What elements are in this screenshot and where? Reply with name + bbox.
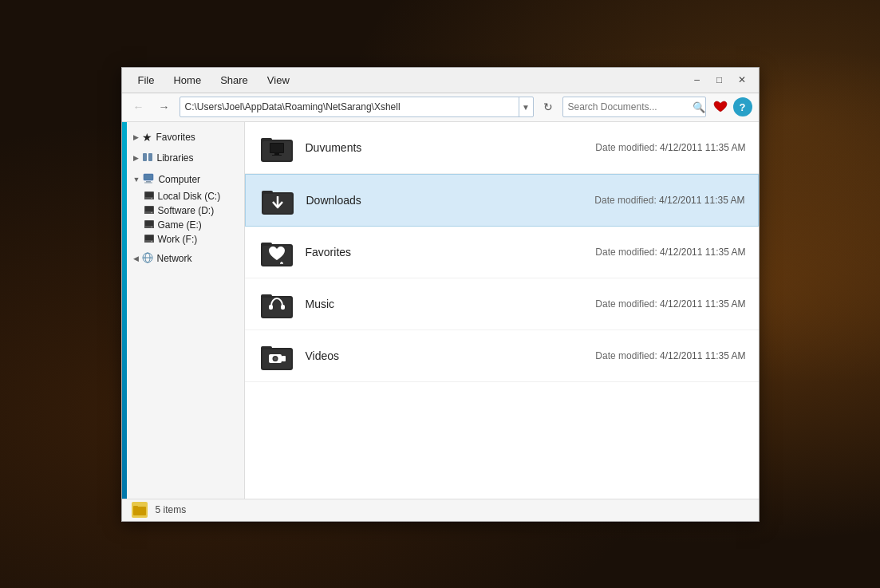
sidebar-section-computer: ▼ Computer [127, 171, 244, 247]
svg-rect-6 [145, 192, 153, 197]
help-button[interactable]: ? [733, 97, 752, 116]
arrow-icon: ◀ [133, 255, 139, 262]
sidebar-item-game-e[interactable]: Game (E:) [127, 218, 244, 232]
folder-icon-music [258, 285, 296, 323]
svg-point-20 [151, 240, 152, 242]
menu-home[interactable]: Home [164, 71, 211, 89]
status-folder-icon [132, 502, 148, 518]
address-dropdown-icon[interactable]: ▼ [519, 97, 533, 116]
arrow-icon: ▼ [133, 176, 140, 184]
sidebar-item-computer[interactable]: ▼ Computer [127, 171, 244, 189]
refresh-button[interactable]: ↻ [539, 97, 558, 116]
svg-point-16 [151, 226, 152, 227]
svg-rect-44 [281, 305, 285, 310]
svg-point-12 [151, 211, 152, 213]
search-input[interactable] [563, 101, 693, 112]
sidebar-section-network: ◀ Network [127, 250, 244, 268]
sidebar-label-network: Network [157, 253, 192, 264]
file-row-music[interactable]: Music Date modified: 4/12/2011 11:35 AM [245, 278, 759, 330]
address-bar: ▼ [180, 97, 534, 117]
arrow-icon: ▶ [133, 154, 139, 162]
sidebar-item-work-f[interactable]: Work (F:) [127, 232, 244, 247]
svg-rect-3 [146, 181, 151, 183]
star-icon: ★ [142, 131, 152, 144]
back-button[interactable]: ← [128, 97, 149, 117]
date-value: 4/12/2011 11:35 AM [660, 247, 745, 258]
svg-rect-18 [145, 235, 153, 240]
svg-rect-28 [270, 144, 283, 152]
file-meta-downloads: Date modified: 4/12/2011 11:35 AM [594, 195, 744, 206]
folder-icon-videos [258, 337, 296, 375]
menu-share[interactable]: Share [211, 71, 258, 89]
file-meta-videos: Date modified: 4/12/2011 11:35 AM [595, 350, 745, 361]
svg-rect-53 [133, 506, 138, 508]
svg-rect-19 [144, 240, 154, 243]
menu-file[interactable]: File [128, 71, 164, 89]
sidebar-item-favorites[interactable]: ▶ ★ Favorites [127, 128, 244, 146]
address-input[interactable] [180, 101, 519, 112]
file-row-videos[interactable]: Videos Date modified: 4/12/2011 11:35 AM [245, 330, 759, 382]
date-label: Date modified: [595, 298, 657, 310]
folder-icon-duvuments [258, 128, 296, 167]
sidebar-item-network[interactable]: ◀ Network [127, 250, 244, 268]
file-row-duvuments[interactable]: Duvuments Date modified: 4/12/2011 11:35… [245, 122, 759, 174]
drive-icon [144, 191, 154, 202]
date-label: Date modified: [595, 142, 657, 153]
toolbar: ← → ▼ ↻ 🔍 ? [122, 93, 759, 122]
date-value: 4/12/2011 11:35 AM [660, 298, 745, 310]
heart-icon [713, 101, 728, 113]
close-button[interactable]: ✕ [732, 71, 752, 89]
minimize-button[interactable]: – [687, 71, 708, 89]
menu-view[interactable]: View [258, 71, 299, 89]
status-bar: 5 items [122, 499, 759, 521]
network-icon [142, 252, 153, 266]
file-name-downloads: Downloads [306, 194, 595, 207]
sidebar: ▶ ★ Favorites ▶ Libraries [127, 122, 245, 499]
sidebar-label-software-d: Software (D:) [158, 205, 215, 216]
toolbar-right: ? [711, 97, 752, 116]
menu-items: File Home Share View [128, 71, 687, 89]
search-bar: 🔍 [562, 97, 706, 117]
drive-icon [144, 234, 154, 245]
drive-icon [144, 219, 154, 231]
favorites-button[interactable] [711, 97, 730, 116]
svg-rect-2 [144, 174, 153, 180]
file-list: Duvuments Date modified: 4/12/2011 11:35… [245, 122, 759, 499]
menu-bar: File Home Share View – □ ✕ [122, 68, 759, 93]
maximize-button[interactable]: □ [709, 71, 730, 89]
forward-button[interactable]: → [154, 97, 175, 117]
sidebar-item-software-d[interactable]: Software (D:) [127, 203, 244, 218]
svg-rect-11 [144, 211, 154, 214]
folder-icon-downloads [258, 181, 297, 219]
svg-rect-30 [272, 155, 282, 156]
search-icon[interactable]: 🔍 [693, 97, 705, 116]
date-label: Date modified: [594, 195, 656, 206]
file-meta-music: Date modified: 4/12/2011 11:35 AM [595, 298, 745, 310]
sidebar-label-game-e: Game (E:) [158, 219, 202, 231]
date-value: 4/12/2011 11:35 AM [660, 350, 745, 361]
file-name-favorites: Favorites [306, 246, 596, 258]
date-label: Date modified: [595, 350, 657, 361]
file-row-downloads[interactable]: Downloads Date modified: 4/12/2011 11:35… [245, 174, 759, 227]
sidebar-item-local-disk-c[interactable]: Local Disk (C:) [127, 189, 244, 203]
svg-rect-7 [144, 197, 154, 199]
file-row-favorites[interactable]: Favorites Date modified: 4/12/2011 11:35… [245, 227, 759, 278]
main-content: ▶ ★ Favorites ▶ Libraries [122, 122, 759, 499]
svg-rect-15 [144, 226, 154, 228]
folder-icon-favorites [258, 233, 296, 271]
svg-rect-0 [143, 153, 147, 161]
svg-rect-14 [145, 221, 153, 226]
window-controls: – □ ✕ [687, 71, 752, 89]
svg-rect-4 [144, 182, 152, 183]
file-meta-duvuments: Date modified: 4/12/2011 11:35 AM [595, 142, 745, 153]
sidebar-section-libraries: ▶ Libraries [127, 149, 244, 168]
svg-rect-1 [148, 153, 152, 161]
sidebar-label-computer: Computer [158, 174, 200, 185]
file-name-videos: Videos [306, 349, 596, 362]
svg-rect-42 [262, 298, 291, 317]
arrow-icon: ▶ [133, 133, 139, 141]
svg-point-8 [151, 197, 152, 199]
date-label: Date modified: [595, 247, 657, 258]
status-count: 5 items [156, 504, 187, 515]
sidebar-item-libraries[interactable]: ▶ Libraries [127, 149, 244, 168]
